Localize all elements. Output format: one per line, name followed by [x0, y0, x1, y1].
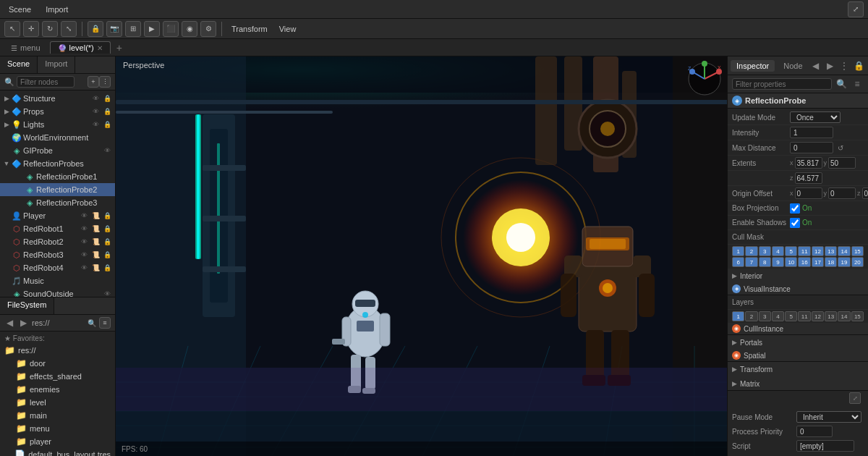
shadows-checkbox[interactable] [790, 218, 800, 228]
expand-btn[interactable]: ⤢ [849, 392, 861, 404]
layer-2[interactable]: 2 [745, 311, 757, 321]
tool8[interactable]: ▶ [144, 21, 160, 37]
menu-import[interactable]: Import [41, 4, 72, 15]
cull-cell-6[interactable]: 6 [732, 257, 744, 267]
tab-import[interactable]: Import [38, 56, 75, 73]
lock-icon[interactable]: 🔒 [102, 119, 112, 130]
origin-y[interactable] [828, 187, 856, 199]
tree-item-structure[interactable]: ▶ 🔷 Structure 👁 🔒 [0, 92, 115, 105]
eye-icon[interactable]: 👁 [79, 237, 89, 247]
fs-item-player[interactable]: 📁 player [0, 435, 115, 448]
layer-12[interactable]: 12 [812, 311, 824, 321]
nav-forward[interactable]: ▶ [823, 59, 836, 72]
tree-item-probe1[interactable]: ◈ ReflectionProbe1 [0, 170, 115, 183]
script-icon[interactable]: 📜 [90, 250, 101, 260]
tree-item-robot1[interactable]: ⬡ RedRobot1 👁 📜 🔒 [0, 222, 115, 235]
scene-search-input[interactable] [17, 76, 75, 88]
eye-icon[interactable]: 👁 [90, 106, 101, 117]
tool5[interactable]: 🔒 [88, 21, 103, 37]
lock-icon[interactable]: 🔒 [102, 106, 112, 117]
eye-icon[interactable]: 👁 [79, 263, 89, 273]
intensity-field[interactable] [790, 127, 833, 138]
lock-icon[interactable]: 🔒 [102, 250, 112, 260]
pause-mode-select[interactable]: Inherit Stop Process [796, 411, 861, 423]
tab-scene[interactable]: Scene [0, 56, 38, 73]
eye-icon[interactable]: 👁 [102, 289, 112, 297]
layer-3[interactable]: 3 [759, 311, 771, 321]
fs-item-effects[interactable]: 📁 effects_shared [0, 370, 115, 383]
layer-14[interactable]: 14 [838, 311, 850, 321]
cull-cell-13[interactable]: 13 [825, 246, 837, 256]
fs-item-door[interactable]: 📁 door [0, 357, 115, 370]
eye-icon[interactable]: 👁 [79, 250, 89, 260]
fs-filter-btn[interactable]: ≡ [99, 317, 111, 329]
viewport[interactable]: Perspective [116, 56, 727, 456]
tree-item-robot2[interactable]: ⬡ RedRobot2 👁 📜 🔒 [0, 235, 115, 248]
lock-icon[interactable]: 🔒 [102, 237, 112, 247]
script-icon[interactable]: 📜 [90, 237, 101, 247]
origin-x[interactable] [795, 187, 822, 199]
tab-level[interactable]: 🔮 level(*) ✕ [50, 41, 111, 54]
cull-cell-11[interactable]: 11 [798, 246, 810, 256]
extents-z[interactable] [795, 172, 822, 184]
tree-item-soundoutside[interactable]: ◈ SoundOutside 👁 [0, 287, 115, 297]
lock-icon[interactable]: 🔒 [102, 263, 112, 273]
expand-btn[interactable]: ⤢ [848, 1, 864, 17]
lock-icon[interactable]: 🔒 [102, 224, 112, 234]
scene-more-btn[interactable]: ⋮ [99, 76, 111, 88]
layer-4[interactable]: 4 [772, 311, 784, 321]
script-icon[interactable]: 📜 [90, 211, 101, 221]
layer-13[interactable]: 13 [825, 311, 837, 321]
scale-tool[interactable]: ⤡ [61, 21, 77, 37]
fs-item-main[interactable]: 📁 main [0, 409, 115, 422]
tab-node[interactable]: Node [778, 60, 808, 72]
fs-item-res[interactable]: 📁 res:// [0, 344, 115, 357]
tree-item-robot4[interactable]: ⬡ RedRobot4 👁 📜 🔒 [0, 261, 115, 274]
tool7[interactable]: ⊞ [125, 21, 141, 37]
tree-item-probe2[interactable]: ◈ ReflectionProbe2 [0, 183, 115, 196]
tree-item-giprobe[interactable]: ◈ GIProbe 👁 [0, 144, 115, 157]
box-projection-checkbox[interactable] [790, 203, 800, 214]
select-tool[interactable]: ↖ [4, 21, 20, 37]
tree-item-probe3[interactable]: ◈ ReflectionProbe3 [0, 196, 115, 209]
script-icon[interactable]: 📜 [90, 224, 101, 234]
fs-forward-btn[interactable]: ▶ [18, 317, 29, 329]
move-tool[interactable]: ✛ [23, 21, 39, 37]
update-mode-select[interactable]: Once Always [790, 111, 841, 123]
tab-filesystem[interactable]: FileSystem [0, 297, 54, 314]
nav-history[interactable]: ⋮ [838, 59, 851, 72]
layer-11[interactable]: 11 [798, 311, 810, 321]
eye-icon[interactable]: 👁 [79, 211, 89, 221]
tab-level-close[interactable]: ✕ [97, 44, 103, 52]
transform-menu[interactable]: Transform [227, 25, 272, 33]
scene-add-btn[interactable]: + [88, 76, 99, 88]
cull-cell-17[interactable]: 17 [812, 257, 824, 267]
tree-item-worldenv[interactable]: 🌍 WorldEnvironment [0, 131, 115, 144]
script-icon[interactable]: 📜 [90, 263, 101, 273]
cull-cell-19[interactable]: 19 [838, 257, 850, 267]
script-field[interactable] [796, 440, 854, 452]
filter-icon[interactable]: 🔍 [835, 77, 848, 90]
tree-item-music[interactable]: 🎵 Music [0, 274, 115, 287]
eye-icon[interactable]: 👁 [90, 119, 101, 130]
tree-item-robot3[interactable]: ⬡ RedRobot3 👁 📜 🔒 [0, 248, 115, 261]
cull-cell-7[interactable]: 7 [745, 257, 757, 267]
extents-y[interactable] [828, 157, 856, 169]
lock-icon[interactable]: 🔒 [102, 93, 112, 104]
max-distance-field[interactable] [790, 142, 833, 153]
layer-5[interactable]: 5 [785, 311, 797, 321]
nav-lock[interactable]: 🔒 [852, 59, 865, 72]
cull-cell-12[interactable]: 12 [812, 246, 824, 256]
tree-item-player[interactable]: 👤 Player 👁 📜 🔒 [0, 209, 115, 222]
tree-item-props[interactable]: ▶ 🔷 Props 👁 🔒 [0, 105, 115, 118]
section-transform[interactable]: ▶ Transform [728, 362, 868, 376]
eye-icon[interactable]: 👁 [90, 93, 101, 104]
eye-icon[interactable]: 👁 [79, 224, 89, 234]
menu-scene[interactable]: Scene [4, 4, 35, 15]
tool6[interactable]: 📷 [106, 21, 122, 37]
tool11[interactable]: ⚙ [200, 21, 216, 37]
tree-item-lights[interactable]: ▶ 💡 Lights 👁 🔒 [0, 118, 115, 131]
cull-cell-10[interactable]: 10 [785, 257, 797, 267]
fs-item-enemies[interactable]: 📁 enemies [0, 383, 115, 396]
lock-icon[interactable]: 🔒 [102, 211, 112, 221]
